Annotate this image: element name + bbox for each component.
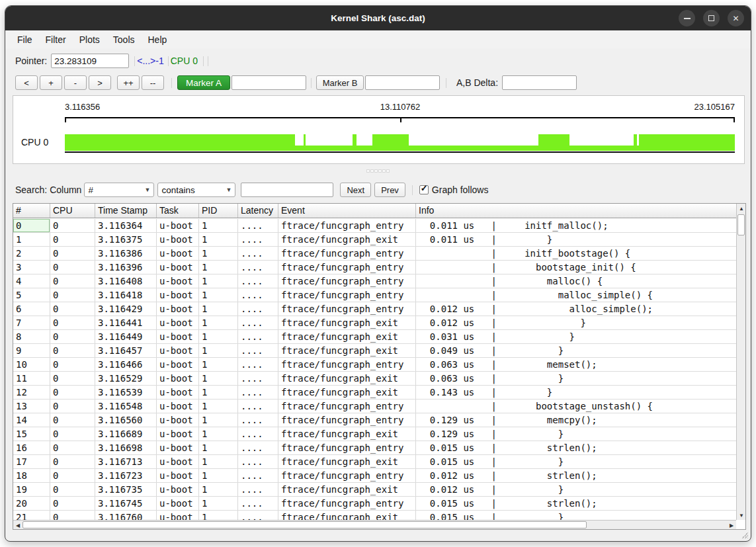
- table-cell[interactable]: 0.015 us | }: [416, 455, 736, 468]
- table-cell[interactable]: 3.116735: [95, 483, 157, 496]
- pointer-input[interactable]: [51, 54, 129, 68]
- table-cell[interactable]: u-boot: [157, 497, 199, 510]
- table-cell[interactable]: 1: [199, 386, 238, 399]
- marker-b-button[interactable]: Marker B: [316, 75, 364, 90]
- table-cell[interactable]: 0: [50, 316, 95, 329]
- table-cell[interactable]: 0: [50, 219, 95, 232]
- table-cell[interactable]: 0: [50, 344, 95, 357]
- table-cell[interactable]: 3.116457: [95, 344, 157, 357]
- table-cell[interactable]: u-boot: [157, 386, 199, 399]
- table-cell[interactable]: 0: [50, 386, 95, 399]
- table-cell[interactable]: 0: [50, 288, 95, 302]
- table-cell[interactable]: ....: [238, 469, 278, 482]
- menu-filter[interactable]: Filter: [39, 32, 73, 47]
- table-cell[interactable]: 0: [50, 261, 95, 274]
- table-cell[interactable]: ....: [238, 511, 278, 520]
- table-cell[interactable]: u-boot: [157, 247, 199, 260]
- table-cell[interactable]: ftrace/funcgraph_entry: [278, 288, 416, 302]
- table-row[interactable]: 703.116441u-boot1....ftrace/funcgraph_ex…: [13, 316, 736, 330]
- vertical-scrollbar-thumb[interactable]: [737, 214, 745, 235]
- vertical-scrollbar[interactable]: ▲ ▼: [736, 204, 745, 520]
- zoom-out-button[interactable]: -: [64, 75, 87, 90]
- table-cell[interactable]: 0.012 us | strlen();: [416, 469, 736, 482]
- table-cell[interactable]: 1: [199, 372, 238, 385]
- marker-b-input[interactable]: [365, 75, 440, 90]
- table-row[interactable]: 103.116375u-boot1....ftrace/funcgraph_ex…: [13, 233, 736, 247]
- col-header-pid[interactable]: PID: [199, 204, 238, 218]
- table-cell[interactable]: 0.063 us | }: [416, 372, 736, 385]
- marker-a-input[interactable]: [231, 75, 306, 90]
- scroll-right-icon[interactable]: ▶: [727, 521, 736, 530]
- table-cell[interactable]: 0.015 us | strlen();: [416, 497, 736, 510]
- zoom-left-button[interactable]: <: [15, 75, 38, 90]
- col-header-cpu[interactable]: CPU: [50, 204, 95, 218]
- table-cell[interactable]: 0.012 us | }: [416, 316, 736, 329]
- marker-a-button[interactable]: Marker A: [177, 75, 230, 90]
- table-row[interactable]: 303.116396u-boot1....ftrace/funcgraph_en…: [13, 261, 736, 274]
- search-input[interactable]: [241, 183, 333, 197]
- table-row[interactable]: 403.116408u-boot1....ftrace/funcgraph_en…: [13, 274, 736, 288]
- table-cell[interactable]: 1: [199, 261, 238, 274]
- table-cell[interactable]: u-boot: [157, 483, 199, 496]
- table-cell[interactable]: ....: [238, 455, 278, 468]
- scroll-up-icon[interactable]: ▲: [737, 204, 746, 213]
- table-cell[interactable]: 3.116396: [95, 261, 157, 274]
- table-cell[interactable]: 0.011 us | initf_malloc();: [416, 219, 736, 232]
- table-cell[interactable]: | malloc() {: [416, 274, 736, 288]
- table-cell[interactable]: 1: [199, 441, 238, 454]
- table-row[interactable]: 1003.116466u-boot1....ftrace/funcgraph_e…: [13, 358, 736, 372]
- table-cell[interactable]: 1: [199, 497, 238, 510]
- table-cell[interactable]: 3.116429: [95, 302, 157, 316]
- table-cell[interactable]: u-boot: [157, 413, 199, 427]
- table-cell[interactable]: ....: [238, 261, 278, 274]
- table-cell[interactable]: u-boot: [157, 330, 199, 343]
- table-row[interactable]: 1503.116689u-boot1....ftrace/funcgraph_e…: [13, 427, 736, 441]
- table-cell[interactable]: 1: [13, 233, 50, 246]
- table-cell[interactable]: ....: [238, 330, 278, 343]
- table-cell[interactable]: ....: [238, 344, 278, 357]
- table-cell[interactable]: 1: [199, 316, 238, 329]
- table-cell[interactable]: 1: [199, 288, 238, 302]
- horizontal-scrollbar[interactable]: ◀ ▶: [13, 520, 736, 529]
- table-cell[interactable]: ftrace/funcgraph_entry: [278, 358, 416, 371]
- table-cell[interactable]: 0: [50, 233, 95, 246]
- table-cell[interactable]: 17: [13, 455, 50, 468]
- table-cell[interactable]: 3.116408: [95, 274, 157, 288]
- table-cell[interactable]: 0.143 us | }: [416, 386, 736, 399]
- table-cell[interactable]: ....: [238, 400, 278, 413]
- table-cell[interactable]: 9: [13, 344, 50, 357]
- table-cell[interactable]: u-boot: [157, 233, 199, 246]
- table-cell[interactable]: 3.116560: [95, 413, 157, 427]
- cpu-bar[interactable]: [65, 134, 735, 151]
- col-header-timestamp[interactable]: Time Stamp: [95, 204, 157, 218]
- table-cell[interactable]: ftrace/funcgraph_entry: [278, 413, 416, 427]
- table-cell[interactable]: 1: [199, 274, 238, 288]
- table-cell[interactable]: ....: [238, 483, 278, 496]
- table-cell[interactable]: 3.116548: [95, 400, 157, 413]
- table-cell[interactable]: 1: [199, 511, 238, 520]
- table-cell[interactable]: u-boot: [157, 288, 199, 302]
- table-cell[interactable]: ftrace/funcgraph_exit: [278, 344, 416, 357]
- table-cell[interactable]: 3.116760: [95, 511, 157, 520]
- table-cell[interactable]: 3.116364: [95, 219, 157, 232]
- search-column-select[interactable]: # ▼: [84, 183, 154, 197]
- table-cell[interactable]: ....: [238, 386, 278, 399]
- table-cell[interactable]: u-boot: [157, 344, 199, 357]
- search-next-button[interactable]: Next: [340, 183, 371, 197]
- table-cell[interactable]: 1: [199, 358, 238, 371]
- graph-follows-checkbox[interactable]: ✓: [419, 185, 429, 194]
- table-cell[interactable]: u-boot: [157, 511, 199, 520]
- table-cell[interactable]: ftrace/funcgraph_entry: [278, 302, 416, 316]
- table-cell[interactable]: 3.116689: [95, 427, 157, 441]
- col-header-event[interactable]: Event: [278, 204, 416, 218]
- table-cell[interactable]: 3.116386: [95, 247, 157, 260]
- table-cell[interactable]: u-boot: [157, 219, 199, 232]
- table-cell[interactable]: 0: [50, 358, 95, 371]
- search-operator-select[interactable]: contains ▼: [157, 183, 235, 197]
- table-cell[interactable]: u-boot: [157, 274, 199, 288]
- menu-plots[interactable]: Plots: [73, 32, 106, 47]
- table-cell[interactable]: 11: [13, 372, 50, 385]
- table-cell[interactable]: 13: [13, 400, 50, 413]
- table-cell[interactable]: 1: [199, 413, 238, 427]
- table-cell[interactable]: 0: [50, 413, 95, 427]
